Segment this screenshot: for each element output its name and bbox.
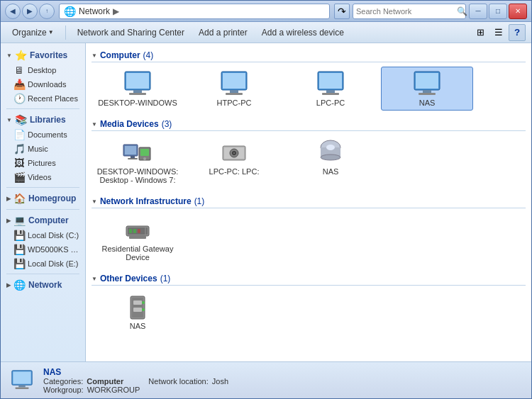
sidebar-computer-header[interactable]: ▶ 💻 Computer: [1, 213, 85, 228]
minimize-button[interactable]: ─: [469, 4, 487, 19]
sidebar-network-header[interactable]: ▶ 🌐 Network: [1, 277, 85, 293]
svg-point-27: [233, 152, 235, 154]
search-box: 🔍: [353, 4, 466, 19]
sidebar-item-documents[interactable]: 📄 Documents: [1, 128, 85, 142]
network-location-label: Network location:: [148, 377, 208, 386]
other-section-title[interactable]: Other Devices: [100, 274, 157, 283]
add-printer-label: Add a printer: [199, 28, 248, 38]
svg-rect-36: [138, 229, 140, 233]
statusbar-icon: [8, 366, 36, 395]
svg-rect-37: [145, 227, 146, 235]
local-c-icon: 💾: [13, 230, 25, 241]
sidebar-item-music[interactable]: 🎵 Music: [1, 142, 85, 156]
other-items-grid: NAS: [92, 290, 526, 334]
list-item[interactable]: NAS: [381, 67, 473, 111]
list-item[interactable]: Residential Gateway Device: [92, 213, 184, 265]
media-items-grid: DESKTOP-WINDOWS: Desktop - Windows 7: LP…: [92, 135, 526, 188]
search-input[interactable]: [353, 7, 457, 16]
back-button[interactable]: ◀: [5, 4, 21, 19]
content-area: ▼ Computer (4) DESKTOP-WINDOWS: [86, 43, 531, 361]
downloads-icon: 📥: [13, 79, 25, 90]
help-button[interactable]: ?: [509, 24, 526, 41]
network-infra-section-toggle[interactable]: ▼: [92, 198, 97, 205]
close-button[interactable]: ✕: [509, 4, 527, 19]
sidebar-section-homegroup: ▶ 🏠 Homegroup: [1, 191, 85, 206]
sidebar-section-computer: ▶ 💻 Computer 💾 Local Disk (C:) 💾 WD5000K…: [1, 213, 85, 271]
sidebar-section-libraries: ▼ 📚 Libraries 📄 Documents 🎵 Music 🖼 Pict…: [1, 112, 85, 184]
list-item[interactable]: DESKTOP-WINDOWS: [92, 67, 184, 111]
network-sharing-button[interactable]: Network and Sharing Center: [72, 24, 190, 41]
sidebar-item-local-c[interactable]: 💾 Local Disk (C:): [1, 228, 85, 242]
organize-button[interactable]: Organize ▼: [6, 24, 60, 41]
svg-rect-18: [131, 156, 135, 158]
statusbar: NAS Categories: Computer Network locatio…: [1, 361, 531, 398]
add-wireless-button[interactable]: Add a wireless device: [256, 24, 350, 41]
categories-label: Categories:: [43, 377, 83, 386]
nas-media-label: NAS: [323, 167, 339, 176]
sidebar-item-recent[interactable]: 🕐 Recent Places: [1, 91, 85, 106]
titlebar: ◀ ▶ ↑ 🌐 Network ▶ ↷ 🔍 ─ □ ✕: [1, 1, 531, 22]
window-controls: ─ □ ✕: [469, 4, 527, 19]
list-item[interactable]: NAS: [284, 135, 377, 188]
view-list-button[interactable]: ☰: [490, 24, 507, 41]
computer-section-header: ▼ Computer (4): [92, 49, 526, 62]
sidebar-item-videos[interactable]: 🎬 Videos: [1, 170, 85, 184]
nas-computer-label: NAS: [419, 99, 436, 107]
address-text: Network: [79, 6, 110, 16]
computer-section-title[interactable]: Computer: [100, 50, 140, 60]
go-button[interactable]: ↷: [334, 4, 350, 19]
list-item[interactable]: LPC-PC: [284, 67, 377, 111]
sidebar-desktop-label: Desktop: [28, 66, 79, 74]
sidebar-item-downloads[interactable]: 📥 Downloads: [1, 77, 85, 91]
list-item[interactable]: HTPC-PC: [188, 67, 280, 111]
svg-rect-17: [125, 146, 136, 154]
svg-rect-1: [126, 73, 149, 89]
svg-rect-41: [133, 300, 142, 305]
computer-section-toggle[interactable]: ▼: [92, 52, 97, 59]
maximize-button[interactable]: □: [489, 4, 507, 19]
sidebar-item-desktop[interactable]: 🖥 Desktop: [1, 63, 85, 77]
network-label: Network: [28, 280, 62, 290]
forward-button[interactable]: ▶: [22, 4, 38, 19]
homegroup-label: Homegroup: [28, 193, 76, 203]
sidebar-item-pictures[interactable]: 🖼 Pictures: [1, 156, 85, 170]
wd5000ks-icon: 💾: [13, 244, 25, 255]
sidebar-local-c-label: Local Disk (C:): [28, 231, 79, 240]
sidebar-libraries-header[interactable]: ▼ 📚 Libraries: [1, 112, 85, 128]
view-toggle-button[interactable]: ⊞: [472, 24, 489, 41]
network-icon: 🌐: [13, 279, 26, 291]
computer-section-count: (4): [143, 50, 154, 60]
htpc-pc-icon: [217, 70, 251, 99]
list-item[interactable]: LPC-PC: LPC:: [188, 135, 280, 188]
sidebar-divider-3: [6, 209, 79, 210]
other-section-toggle[interactable]: ▼: [92, 276, 97, 282]
nas-computer-icon: [410, 70, 444, 99]
sidebar-item-local-e[interactable]: 💾 Local Disk (E:): [1, 257, 85, 271]
sidebar-recent-label: Recent Places: [28, 94, 79, 103]
desktop-windows-icon: [121, 70, 155, 99]
address-bar[interactable]: 🌐 Network ▶: [59, 4, 330, 19]
media-section-title[interactable]: Media Devices: [100, 119, 159, 129]
main-window: ◀ ▶ ↑ 🌐 Network ▶ ↷ 🔍 ─ □ ✕ Organize ▼ N…: [0, 0, 532, 399]
svg-rect-7: [226, 93, 243, 95]
media-section-toggle[interactable]: ▼: [92, 121, 97, 128]
list-item[interactable]: DESKTOP-WINDOWS: Desktop - Windows 7:: [92, 135, 184, 188]
sidebar-section-network: ▶ 🌐 Network: [1, 277, 85, 293]
svg-rect-46: [13, 371, 31, 383]
network-infra-section-title[interactable]: Network Infrastructure: [100, 196, 192, 206]
sidebar-favorites-header[interactable]: ▼ ⭐ Favorites: [1, 47, 85, 63]
sidebar-homegroup-header[interactable]: ▶ 🏠 Homegroup: [1, 191, 85, 206]
svg-rect-15: [419, 93, 436, 95]
add-printer-button[interactable]: Add a printer: [193, 24, 253, 41]
svg-rect-13: [416, 73, 438, 89]
sidebar-item-wd5000ks[interactable]: 💾 WD5000KS (D:): [1, 242, 85, 257]
up-button[interactable]: ↑: [39, 4, 55, 19]
svg-point-22: [143, 157, 146, 160]
search-icon[interactable]: 🔍: [457, 4, 467, 19]
sidebar-wd5000ks-label: WD5000KS (D:): [28, 245, 79, 254]
libraries-triangle-icon: ▼: [6, 117, 12, 123]
computer-label: Computer: [28, 215, 69, 225]
list-item[interactable]: NAS: [92, 290, 184, 334]
sidebar-local-e-label: Local Disk (E:): [28, 259, 79, 268]
desktop-media-label: DESKTOP-WINDOWS: Desktop - Windows 7:: [95, 167, 180, 184]
